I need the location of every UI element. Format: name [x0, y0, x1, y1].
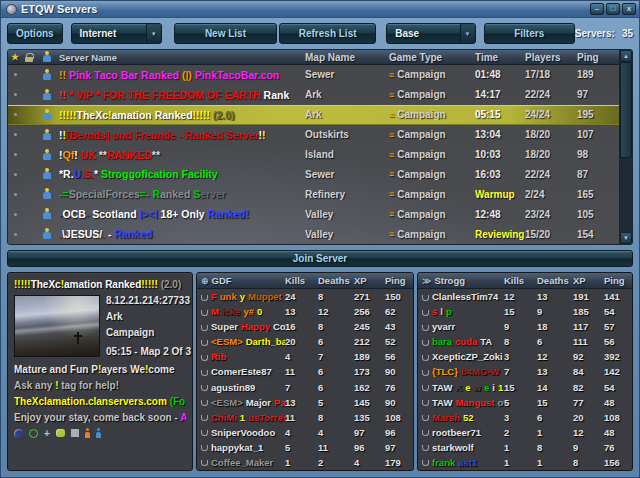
ping-value: 62 — [385, 306, 413, 317]
server-list: !! Pink Taco Bar Ranked (|) PinkTacoBar.… — [8, 65, 619, 244]
scrollbar-thumb[interactable] — [620, 62, 632, 158]
favorites-column-header[interactable]: ★ — [8, 52, 22, 62]
server-row[interactable]: !! * VIP * FOR THE FREEDOM OF EARTH Rank… — [8, 85, 619, 105]
square-icon — [71, 429, 79, 437]
ping-value: 108 — [385, 412, 413, 423]
server-row[interactable]: !!!!!TheXc!amation Ranked!!!!! (2.0)Ark≡… — [8, 105, 619, 125]
column-deaths[interactable]: Deaths — [318, 275, 354, 286]
player-row: <ESM>Darth_ba20621252 — [197, 334, 413, 349]
text-segment: K — [455, 382, 462, 393]
server-row[interactable]: .\JESUS/. - RankedValley≡CampaignReviewi… — [8, 224, 619, 244]
ping-value: 54 — [604, 382, 632, 393]
voice-mute-icon — [201, 415, 208, 421]
column-kills[interactable]: Kills — [285, 275, 318, 286]
filter-preset-dropdown[interactable]: Base ▼ — [386, 23, 475, 44]
text-segment: y# — [243, 306, 254, 317]
text-segment: cuda — [455, 336, 477, 347]
deaths-value: 18 — [537, 321, 573, 332]
text-segment: TAW — [432, 382, 452, 393]
server-list-scrollbar[interactable]: ▲ ▼ — [619, 50, 632, 244]
new-list-button[interactable]: New List — [174, 23, 277, 44]
server-row[interactable]: !![Bernds] und Freunde - Ranked Server!!… — [8, 125, 619, 145]
favorite-dot — [14, 73, 17, 76]
player-row: ChiMi1usTorres1118135108 — [197, 410, 413, 425]
close-button[interactable]: x — [622, 3, 636, 15]
server-name: -=SpecialForces=- Ranked Server — [59, 188, 305, 200]
text-segment: agustin89 — [211, 382, 255, 393]
favorite-dot — [14, 233, 17, 236]
chevron-down-icon[interactable]: ▼ — [460, 24, 475, 43]
text-segment: XcepticZP_Zoki — [432, 351, 503, 362]
player-row: Marsh523620108 — [418, 410, 632, 425]
ping-value: 150 — [385, 291, 413, 302]
column-game-type[interactable]: Game Type — [389, 52, 475, 63]
maximize-button[interactable]: □ — [606, 3, 620, 15]
scroll-up-button[interactable]: ▲ — [620, 50, 632, 62]
ping-value: 57 — [604, 321, 632, 332]
password-column-header[interactable] — [22, 53, 35, 62]
server-row[interactable]: !! Pink Taco Bar Ranked (|) PinkTacoBar.… — [8, 65, 619, 85]
kills-value: 4 — [285, 351, 318, 362]
map-name: Valley — [305, 209, 389, 220]
player-row: FunkyMuppet248271150 — [197, 289, 413, 304]
kills-value: 5 — [285, 442, 318, 453]
column-xp[interactable]: XP — [354, 275, 385, 286]
filters-button[interactable]: Filters — [484, 23, 575, 44]
player-name: rootbeer71 — [422, 427, 504, 438]
deaths-value: 1 — [537, 457, 573, 468]
minimize-button[interactable]: – — [590, 3, 604, 15]
column-map-name[interactable]: Map Name — [305, 52, 389, 63]
player-name: FunkyMuppet — [201, 291, 285, 302]
church-cross — [77, 332, 79, 344]
source-dropdown[interactable]: Internet ▼ — [71, 23, 162, 44]
server-row[interactable]: -OCB- Scotland |><| 18+ Only Ranked!Vall… — [8, 204, 619, 224]
column-deaths[interactable]: Deaths — [537, 275, 573, 286]
server-row[interactable]: !Qf! UK **RANKED**Island≡Campaign10:0318… — [8, 145, 619, 165]
gdf-scoreboard-panel: ⊕GDF Kills Deaths XP Ping FunkyMuppet248… — [196, 272, 414, 471]
title-bar: ETQW Servers – □ x — [1, 1, 639, 18]
ping-value: 56 — [604, 336, 632, 347]
game-type-label: Campaign — [397, 189, 445, 200]
column-server-name[interactable]: Server Name — [59, 52, 305, 63]
text-segment: TheXc — [31, 279, 61, 290]
server-details-panel: !!!!!TheXc!amation Ranked!!!!! (2.0) 8.1… — [7, 272, 193, 471]
text-segment: 52 — [463, 412, 474, 423]
map-name: Sewer — [305, 169, 389, 180]
kills-value: 13 — [285, 397, 318, 408]
kills-value: 16 — [285, 321, 318, 332]
favorite-dot — [14, 113, 17, 116]
server-row[interactable]: *R.U.S.* Stroggofication FacilitySewer≡C… — [8, 164, 619, 184]
toolbar: Options Internet ▼ New List Refresh List… — [1, 18, 639, 49]
refresh-list-button[interactable]: Refresh List — [279, 23, 376, 44]
server-list-panel: ★ Server Name Map Name Game Type Time Pl… — [7, 49, 633, 245]
text-segment: TA — [480, 336, 492, 347]
server-address: 8.12.21.214:27733 — [106, 295, 186, 306]
column-xp[interactable]: XP — [573, 275, 604, 286]
xp-value: 96 — [354, 442, 385, 453]
options-button[interactable]: Options — [7, 23, 63, 44]
column-ping[interactable]: Ping — [385, 275, 413, 286]
text-segment: Ranked — [114, 228, 152, 240]
game-type: ≡Campaign — [389, 169, 475, 180]
text-segment: UK — [81, 149, 99, 161]
text-segment: Coffee_Maker — [211, 457, 273, 468]
ping-value: 76 — [385, 382, 413, 393]
chevron-down-icon[interactable]: ▼ — [146, 24, 161, 43]
gametype-icon: ≡ — [389, 70, 394, 80]
join-server-button[interactable]: Join Server — [7, 250, 633, 267]
ping-value: 165 — [577, 189, 619, 200]
column-kills[interactable]: Kills — [504, 275, 537, 286]
scroll-down-button[interactable]: ▼ — [620, 232, 632, 244]
column-players[interactable]: Players — [525, 52, 577, 63]
column-ping[interactable]: Ping — [604, 275, 632, 286]
column-ping[interactable]: Ping — [577, 52, 619, 63]
xp-value: 84 — [573, 366, 604, 377]
column-time[interactable]: Time — [475, 52, 525, 63]
players-icon-column-header[interactable] — [35, 51, 59, 63]
game-type-label: Campaign — [397, 169, 445, 180]
game-type-label: Campaign — [397, 229, 445, 240]
voice-mute-icon — [201, 310, 208, 316]
text-segment: bara — [432, 336, 452, 347]
server-row[interactable]: -=SpecialForces=- Ranked ServerRefinery≡… — [8, 184, 619, 204]
scrollbar-track[interactable] — [620, 62, 632, 232]
